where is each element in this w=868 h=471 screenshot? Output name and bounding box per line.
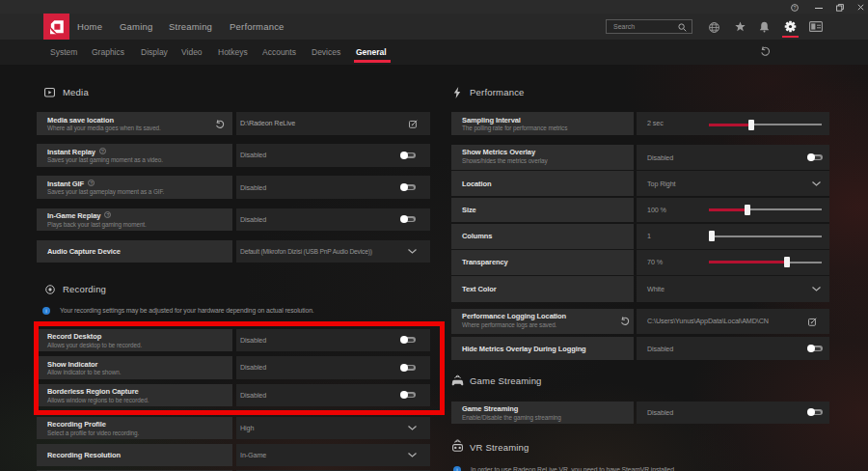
svg-text:?: ? [794,4,797,10]
svg-text:i: i [45,308,46,314]
svg-text:i: i [456,467,457,471]
